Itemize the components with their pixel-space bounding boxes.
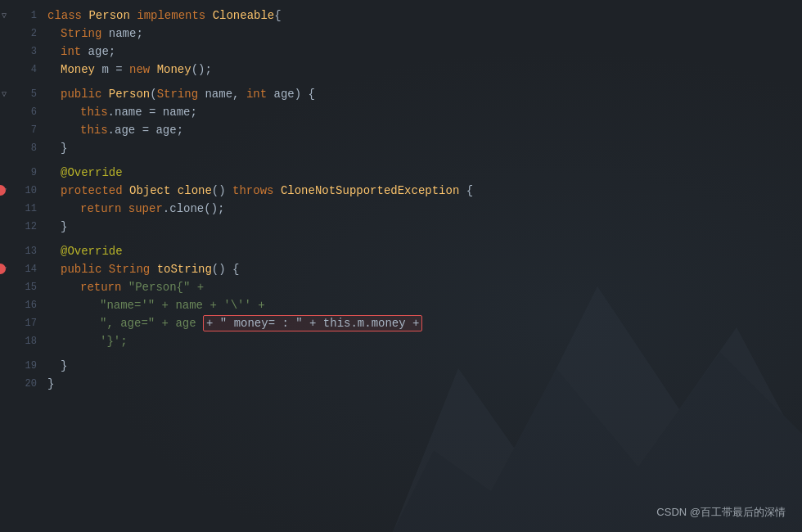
- code-line-3: 3 int age;: [41, 43, 802, 61]
- highlighted-code: + " money= : " + this.m.money +: [203, 315, 422, 331]
- code-line-12: 12 }: [41, 218, 802, 236]
- code-line-20: 20 }: [41, 375, 802, 393]
- code-line-2: 2 String name;: [41, 25, 802, 43]
- code-line-10: 10 ▽ protected Object clone() throws Clo…: [41, 182, 802, 200]
- code-line-11: 11 return super.clone();: [41, 200, 802, 218]
- code-line-1: 1 ▽ class Person implements Cloneable{: [41, 7, 802, 25]
- code-line-5: 5 ▽ public Person(String name, int age) …: [41, 85, 802, 103]
- code-line-16: 16 "name='" + name + '\'' +: [41, 296, 802, 314]
- code-line-19: 19 }: [41, 357, 802, 375]
- code-line-9: 9 @Override: [41, 164, 802, 182]
- code-line-15: 15 return "Person{" +: [41, 278, 802, 296]
- code-line-17: 17 ", age=" + age + " money= : " + this.…: [41, 314, 802, 332]
- code-line-13: 13 @Override: [41, 242, 802, 260]
- code-line-7: 7 this.age = age;: [41, 121, 802, 139]
- code-line-4: 4 Money m = new Money();: [41, 61, 802, 79]
- code-editor: 1 ▽ class Person implements Cloneable{ 2…: [0, 0, 802, 532]
- code-line-6: 6 this.name = name;: [41, 103, 802, 121]
- code-content: 1 ▽ class Person implements Cloneable{ 2…: [41, 0, 802, 532]
- code-line-18: 18 '}';: [41, 332, 802, 350]
- code-line-8: 8 }: [41, 139, 802, 157]
- code-line-14: 14 ▽ public String toString() {: [41, 260, 802, 278]
- watermark: CSDN @百工带最后的深情: [656, 505, 786, 520]
